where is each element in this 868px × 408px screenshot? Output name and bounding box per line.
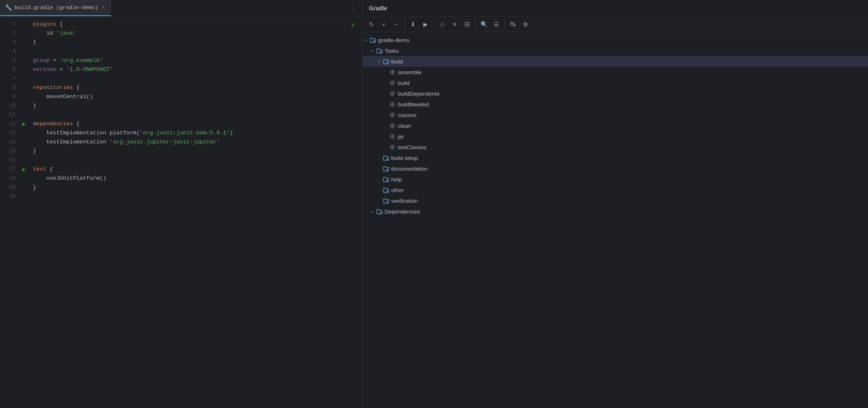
line-number: 2 <box>0 29 16 38</box>
line-number: 17 <box>0 165 16 174</box>
tree-item[interactable]: build setup <box>362 152 868 163</box>
gradle-panel: Gradle ↻ + − ⬇ ▶ ◇ ✕ ⊟ 🔍 ☰ ⚙ ▾gradle-dem… <box>362 0 868 408</box>
gutter-empty <box>20 138 28 147</box>
svg-point-22 <box>386 201 388 203</box>
code-line: id 'java' <box>33 29 357 38</box>
tree-item[interactable]: documentation <box>362 163 868 174</box>
code-line: } <box>33 101 357 110</box>
task-icon <box>389 69 396 75</box>
tree-item[interactable]: ▾build <box>362 56 868 67</box>
tree-item[interactable]: testClasses <box>362 142 868 152</box>
tab-close-button[interactable]: × <box>100 4 106 12</box>
gutter-empty <box>20 192 28 201</box>
line-number: 4 <box>0 47 16 56</box>
tab-more-button[interactable]: ⋮ <box>345 0 362 16</box>
code-token: useJUnitPlatform() <box>33 174 106 183</box>
gutter-empty <box>20 129 28 138</box>
svg-point-11 <box>392 125 393 127</box>
folder-icon <box>382 177 390 182</box>
tree-label: help <box>391 176 402 183</box>
code-line: } <box>33 38 357 47</box>
code-line: } <box>33 147 357 156</box>
code-area[interactable]: ✓ plugins { id 'java'}group = 'org.examp… <box>28 16 362 408</box>
code-line <box>33 156 357 165</box>
download-button[interactable]: ⬇ <box>407 19 419 30</box>
tree-label: build setup <box>391 155 418 161</box>
tree-label: gradle-demo <box>378 37 409 43</box>
svg-point-2 <box>380 51 382 53</box>
tree-item[interactable]: jar <box>362 131 868 142</box>
tree-label: verification <box>391 198 418 204</box>
add-button[interactable]: + <box>378 19 390 30</box>
editor-tab[interactable]: 🔧 build.gradle (gradle-demo) × <box>0 0 111 16</box>
tree-label: documentation <box>391 166 428 172</box>
code-token: plugins <box>33 20 56 29</box>
run-gutter-icon[interactable]: ▶ <box>20 120 28 129</box>
run-gutter-icon[interactable]: ▶ <box>20 165 28 174</box>
reload-button[interactable]: ↻ <box>366 19 377 30</box>
code-token: id <box>33 29 56 38</box>
tree-label: assemble <box>398 69 422 75</box>
gradle-header: Gradle <box>362 0 868 16</box>
remove-button[interactable]: − <box>390 19 402 30</box>
find-button[interactable]: 🔍 <box>478 19 490 30</box>
run-config-button[interactable]: ▶ <box>420 19 431 30</box>
group-tasks-button[interactable]: ⊟ <box>461 19 473 30</box>
code-token: version <box>33 65 56 74</box>
tree-label: clean <box>398 123 411 129</box>
tree-item[interactable]: help <box>362 174 868 185</box>
tree-item[interactable]: classes <box>362 110 868 120</box>
code-line: plugins { <box>33 20 357 29</box>
tree-arrow[interactable]: ▾ <box>369 49 376 53</box>
tree-arrow[interactable]: ▸ <box>369 209 376 214</box>
svg-point-4 <box>386 61 388 63</box>
code-token: { <box>56 20 63 29</box>
gradle-toolbar: ↻ + − ⬇ ▶ ◇ ✕ ⊟ 🔍 ☰ ⚙ <box>362 16 868 32</box>
line-number: 1 <box>0 20 16 29</box>
code-line: testImplementation 'org.junit.jupiter:ju… <box>33 138 357 147</box>
expand-all-button[interactable]: ◇ <box>436 19 448 30</box>
toolbar-sep-4 <box>504 20 505 28</box>
tree-item[interactable]: ▸Dependencies <box>362 206 868 217</box>
cloud-off-button[interactable] <box>507 19 519 30</box>
collapse-all-button[interactable]: ✕ <box>449 19 460 30</box>
tree-label: buildDependents <box>398 91 439 97</box>
tree-item[interactable]: build <box>362 77 868 88</box>
code-token: dependencies <box>33 120 73 129</box>
gutter-empty <box>20 29 28 38</box>
tree-label: Tasks <box>385 48 399 54</box>
code-token: { <box>73 120 79 129</box>
line-number: 15 <box>0 147 16 156</box>
tree-item[interactable]: ▾gradle-demo <box>362 35 868 45</box>
tree-item[interactable]: assemble <box>362 67 868 77</box>
settings-button[interactable]: ⚙ <box>520 19 531 30</box>
tree-item[interactable]: buildDependents <box>362 88 868 99</box>
gutter-empty <box>20 20 28 29</box>
tree-item[interactable]: verification <box>362 195 868 206</box>
task-icon <box>389 91 396 96</box>
tree-item[interactable]: clean <box>362 120 868 131</box>
filter-button[interactable]: ☰ <box>490 19 502 30</box>
code-line: test { <box>33 165 357 174</box>
check-mark: ✓ <box>351 21 355 30</box>
svg-point-16 <box>386 169 388 171</box>
line-number: 3 <box>0 38 16 47</box>
code-token: = <box>50 56 60 65</box>
tree-item[interactable]: buildNeeded <box>362 99 868 110</box>
folder-icon <box>382 166 390 171</box>
tab-title: build.gradle (gradle-demo) <box>14 5 98 11</box>
tree-label: classes <box>398 112 416 118</box>
line-number: 11 <box>0 110 16 120</box>
gutter-empty <box>20 38 28 47</box>
code-token: group <box>33 56 50 65</box>
svg-point-0 <box>373 40 375 42</box>
code-token: 'java' <box>56 29 77 38</box>
folder-icon <box>382 155 390 161</box>
toolbar-sep-2 <box>434 20 434 28</box>
tree-arrow[interactable]: ▾ <box>376 59 382 64</box>
tree-item[interactable]: ▾Tasks <box>362 45 868 56</box>
tree-item[interactable]: other <box>362 185 868 195</box>
line-number: 14 <box>0 138 16 147</box>
tree-arrow[interactable]: ▾ <box>362 38 369 42</box>
task-icon <box>389 80 396 86</box>
